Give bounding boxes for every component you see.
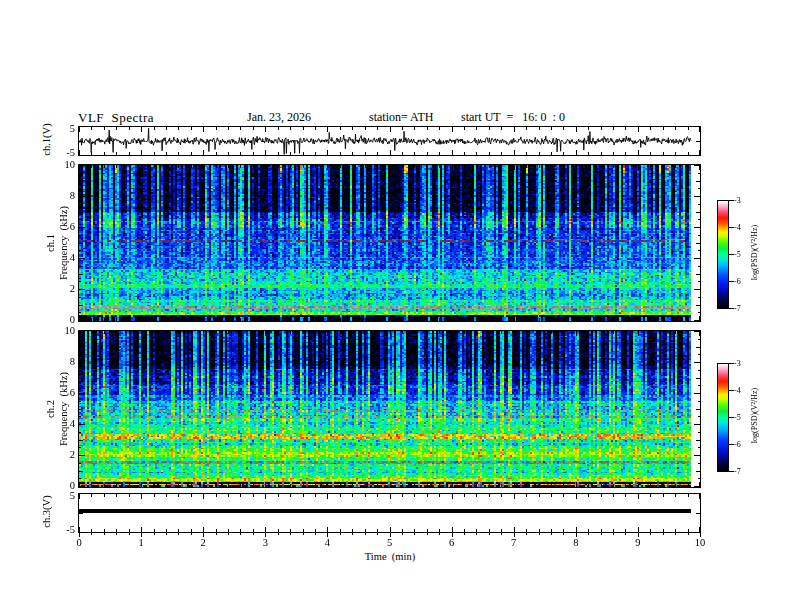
x-tick: [563, 331, 564, 334]
x-tick: [104, 152, 105, 155]
x-tick: [390, 482, 391, 487]
y-tick-label: 8: [44, 356, 75, 368]
y-tick: [694, 331, 700, 332]
x-tick: [253, 529, 254, 532]
x-axis-tick: [253, 533, 254, 535]
x-tick: [390, 527, 391, 532]
y-tick: [698, 281, 700, 282]
x-tick: [390, 127, 391, 132]
x-tick-label: 1: [129, 537, 153, 549]
x-tick: [253, 318, 254, 321]
x-tick: [340, 165, 341, 168]
x-tick: [489, 127, 490, 130]
x-tick: [414, 529, 415, 532]
x-tick: [414, 165, 415, 168]
x-tick: [365, 331, 366, 334]
x-tick: [104, 484, 105, 487]
x-axis-tick: [116, 533, 117, 535]
x-tick: [278, 529, 279, 532]
y-tick: [79, 266, 81, 267]
x-tick: [514, 527, 515, 532]
x-tick: [427, 529, 428, 532]
x-tick: [91, 165, 92, 168]
x-tick: [551, 165, 552, 168]
x-tick: [427, 494, 428, 497]
x-tick: [141, 494, 142, 499]
colorbar-ch2: [717, 363, 729, 472]
x-tick: [104, 494, 105, 497]
x-axis-tick: [427, 533, 428, 535]
x-tick: [327, 527, 328, 532]
x-tick: [278, 127, 279, 130]
y-tick: [696, 347, 700, 348]
station-label: station= ATH: [369, 110, 433, 125]
x-axis-tick: [129, 533, 130, 535]
y-tick: [79, 141, 83, 142]
colorbar-tick-label: -5: [734, 250, 752, 259]
x-tick: [141, 165, 142, 170]
x-tick: [166, 127, 167, 130]
x-tick: [414, 484, 415, 487]
x-tick: [303, 529, 304, 532]
x-tick: [104, 331, 105, 334]
x-tick: [129, 331, 130, 334]
y-tick: [698, 447, 700, 448]
x-tick: [501, 494, 502, 497]
x-tick: [315, 494, 316, 497]
x-tick: [365, 494, 366, 497]
x-tick: [601, 331, 602, 334]
x-tick: [489, 165, 490, 168]
x-tick: [688, 331, 689, 334]
x-tick: [116, 165, 117, 168]
x-tick: [402, 529, 403, 532]
x-axis-tick: [240, 533, 241, 535]
x-tick: [129, 165, 130, 168]
x-tick: [340, 318, 341, 321]
x-tick: [116, 484, 117, 487]
x-tick: [501, 529, 502, 532]
y-tick: [698, 188, 700, 189]
x-tick: [178, 331, 179, 334]
y-tick: [79, 478, 81, 479]
x-tick: [588, 152, 589, 155]
y-tick: [79, 424, 85, 425]
y-tick: [79, 385, 81, 386]
x-tick: [129, 494, 130, 497]
x-tick: [663, 127, 664, 130]
x-axis-tick: [340, 533, 341, 535]
x-tick: [228, 331, 229, 334]
x-tick: [489, 484, 490, 487]
x-tick: [166, 318, 167, 321]
y-tick: [79, 258, 85, 259]
colorbar-tick-label: -5: [734, 413, 752, 422]
y-tick: [79, 471, 83, 472]
x-tick: [154, 529, 155, 532]
x-tick: [625, 318, 626, 321]
y-tick-label: 2: [44, 283, 75, 295]
x-tick: [290, 494, 291, 497]
x-tick: [178, 494, 179, 497]
x-tick: [377, 165, 378, 168]
x-tick: [178, 484, 179, 487]
x-tick: [253, 152, 254, 155]
colorbar-ch1: [717, 200, 729, 309]
x-tick: [526, 318, 527, 321]
x-tick: [688, 484, 689, 487]
x-tick: [638, 150, 639, 155]
y-tick: [698, 266, 700, 267]
x-tick: [650, 331, 651, 334]
x-tick: [675, 494, 676, 497]
x-tick: [476, 494, 477, 497]
x-tick: [178, 152, 179, 155]
x-tick: [489, 318, 490, 321]
x-tick: [91, 494, 92, 497]
x-tick: [402, 127, 403, 130]
x-tick: [563, 152, 564, 155]
x-tick: [464, 484, 465, 487]
x-axis-tick: [613, 533, 614, 535]
x-tick: [563, 165, 564, 168]
y-tick: [698, 370, 700, 371]
y-tick: [698, 463, 700, 464]
y-tick: [79, 297, 81, 298]
x-axis-tick: [303, 533, 304, 535]
